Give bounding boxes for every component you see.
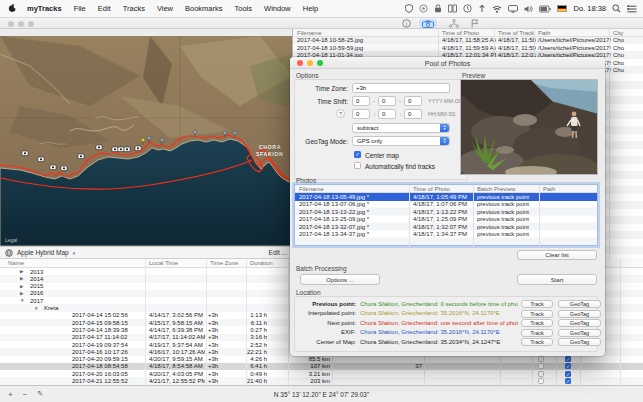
battery-icon[interactable] xyxy=(539,5,551,13)
pool-row[interactable]: 2017-04-18 10-59-59.jpg4/18/17, 11:59:59… xyxy=(293,44,643,52)
track-checkbox-visible[interactable]: ✓ xyxy=(565,363,571,369)
shift-day-field[interactable]: 0 xyxy=(404,96,422,106)
notification-center-icon[interactable] xyxy=(627,5,637,13)
lock-icon[interactable] xyxy=(434,4,442,13)
track-row[interactable]: 2017-04-18 08:54:584/18/17, 8:54:58 AM+3… xyxy=(0,363,643,370)
keyboard-layout-flag-icon[interactable] xyxy=(557,5,567,12)
disclosure-collapsed-icon[interactable]: ▶ xyxy=(20,276,23,281)
disclosure-collapsed-icon[interactable]: ▶ xyxy=(20,269,23,274)
track-checkbox-visible[interactable]: ✓ xyxy=(565,378,571,384)
volume-icon[interactable] xyxy=(524,5,533,13)
location-geotag-button[interactable]: GeoTag xyxy=(558,300,601,308)
window-close-button[interactable] xyxy=(8,21,14,27)
photo-marker-camera-icon[interactable] xyxy=(124,147,130,152)
location-track-button[interactable]: Track xyxy=(521,300,553,308)
menu-file[interactable]: File xyxy=(68,4,92,13)
location-row-value: Chora Sfakion, Griechenland: 0 seconds b… xyxy=(360,301,518,307)
track-checkbox-secondary[interactable] xyxy=(538,378,544,384)
photo-marker-camera-icon[interactable] xyxy=(61,166,67,171)
menu-bookmarks[interactable]: Bookmarks xyxy=(179,4,229,13)
dialog-photo-row[interactable]: 2017-04-18 13-32-07.jpg *4/18/17, 1:32:0… xyxy=(295,223,597,231)
location-geotag-button[interactable]: GeoTag xyxy=(558,329,601,337)
disclosure-collapsed-icon[interactable]: ▶ xyxy=(20,291,23,296)
center-map-checkbox[interactable]: ✓ xyxy=(354,151,361,158)
geotag-mode-select[interactable]: GPS only ▲▼ xyxy=(352,136,450,146)
track-checkbox-visible[interactable]: ✓ xyxy=(565,356,571,362)
photo-marker-camera-icon[interactable] xyxy=(135,146,141,151)
map-legal-link[interactable]: Legal xyxy=(5,237,17,243)
updates-icon[interactable] xyxy=(478,4,486,13)
dialog-photo-row[interactable]: 2017-04-18 13-25-09.jpg *4/18/17, 1:25:0… xyxy=(295,216,597,224)
photo-marker-camera-icon[interactable] xyxy=(78,154,84,159)
track-checkbox-secondary[interactable] xyxy=(538,356,544,362)
track-checkbox-visible[interactable]: ✓ xyxy=(565,371,571,377)
menu-view[interactable]: View xyxy=(151,4,179,13)
shift-mode-select[interactable]: subtract ▲▼ xyxy=(352,123,450,133)
photo-marker-camera-icon[interactable] xyxy=(96,145,102,150)
disclosure-collapsed-icon[interactable]: ▶ xyxy=(20,284,23,289)
shift-minute-field[interactable]: 0 xyxy=(378,109,396,119)
disclosure-expanded-icon[interactable]: ▼ xyxy=(20,298,24,303)
photo-marker-camera-icon[interactable] xyxy=(118,147,124,152)
map-edit-button[interactable]: Edit ... xyxy=(269,249,287,256)
share-button[interactable] xyxy=(447,19,461,28)
location-geotag-button[interactable]: GeoTag xyxy=(558,310,601,318)
dialog-photo-row[interactable]: 2017-04-18 13-34-37.jpg *4/18/17, 1:34:3… xyxy=(295,231,597,239)
window-zoom-button[interactable] xyxy=(28,21,34,27)
menu-edit[interactable]: Edit xyxy=(92,4,117,13)
shift-month-field[interactable]: 0 xyxy=(378,96,396,106)
autofind-checkbox[interactable] xyxy=(354,162,361,169)
batch-options-button[interactable]: Options ... xyxy=(300,274,380,285)
location-track-button[interactable]: Track xyxy=(521,319,553,327)
track-row[interactable]: 2017-04-21 12:55:524/21/17, 12:55:52 PM+… xyxy=(0,378,643,385)
map-provider-select[interactable]: Apple Hybrid Map xyxy=(17,249,69,256)
wifi-icon[interactable] xyxy=(492,5,502,13)
location-geotag-button[interactable]: GeoTag xyxy=(558,319,601,327)
track-row[interactable]: 2017-04-20 09:59:154/20/17, 9:59:15 AM+3… xyxy=(0,356,643,363)
flag-button[interactable] xyxy=(469,19,481,28)
window-minimize-button[interactable] xyxy=(18,21,24,27)
location-track-button[interactable]: Track xyxy=(521,329,553,337)
shield-icon[interactable] xyxy=(405,4,413,13)
apple-menu[interactable] xyxy=(0,3,21,15)
photo-marker-camera-icon[interactable] xyxy=(112,147,118,152)
start-button[interactable]: Start xyxy=(517,274,597,285)
spotlight-search-icon[interactable] xyxy=(612,4,621,13)
shift-hour-field[interactable]: 0 xyxy=(352,109,370,119)
location-track-button[interactable]: Track xyxy=(521,338,553,346)
location-track-button[interactable]: Track xyxy=(521,310,553,318)
dialog-photo-row[interactable]: 2017-04-18 13-13-22.jpg *4/18/17, 1:13:2… xyxy=(295,208,597,216)
book-icon[interactable] xyxy=(448,4,457,13)
pool-cell: Cho xyxy=(613,45,643,51)
menu-window[interactable]: Window xyxy=(258,4,297,13)
dialog-titlebar[interactable]: Pool of Photos xyxy=(290,57,605,69)
menu-app-name[interactable]: myTracks xyxy=(21,4,68,13)
track-checkbox-secondary[interactable] xyxy=(538,371,544,377)
time-zone-field[interactable]: +3h xyxy=(352,83,450,93)
help-button[interactable]: ? xyxy=(336,109,345,118)
clock-icon[interactable] xyxy=(463,4,472,13)
location-geotag-button[interactable]: GeoTag xyxy=(558,338,601,346)
menubar-clock[interactable]: Do. 18:38 xyxy=(573,4,606,13)
track-checkbox-secondary[interactable] xyxy=(538,363,544,369)
clear-list-button[interactable]: Clear list xyxy=(517,250,597,260)
disclosure-expanded-icon[interactable]: ▼ xyxy=(34,306,38,311)
dialog-photo-cell: 2017-04-18 13-25-09.jpg * xyxy=(299,216,409,222)
dialog-photo-row[interactable]: 2017-04-18 13-05-49.jpg *4/18/17, 1:05:4… xyxy=(295,193,597,201)
shift-second-field[interactable]: 0 xyxy=(404,109,422,119)
menu-help[interactable]: Help xyxy=(297,4,324,13)
display-icon[interactable] xyxy=(508,5,518,13)
shift-year-field[interactable]: 0 xyxy=(352,96,370,106)
menu-tracks[interactable]: Tracks xyxy=(117,4,151,13)
map-view[interactable]: CHORA SFAKION Legal xyxy=(0,36,292,246)
dialog-photo-row[interactable]: 2017-04-18 13-07-06.jpg *4/18/17, 1:07:0… xyxy=(295,201,597,209)
photo-marker-camera-icon[interactable] xyxy=(38,157,44,162)
track-row[interactable]: 2017-04-20 16:03:054/20/17, 4:03:05 PM+3… xyxy=(0,370,643,377)
pool-row[interactable]: 2017-04-18 10-58-25.jpg4/18/17, 11:58:25… xyxy=(293,37,643,45)
photo-marker-camera-icon[interactable] xyxy=(22,151,28,156)
photos-mode-button[interactable] xyxy=(419,19,437,28)
dot-circle-icon[interactable] xyxy=(419,4,428,13)
info-button[interactable]: i xyxy=(400,19,412,28)
photo-marker-camera-icon[interactable] xyxy=(50,165,56,170)
menu-tools[interactable]: Tools xyxy=(229,4,259,13)
